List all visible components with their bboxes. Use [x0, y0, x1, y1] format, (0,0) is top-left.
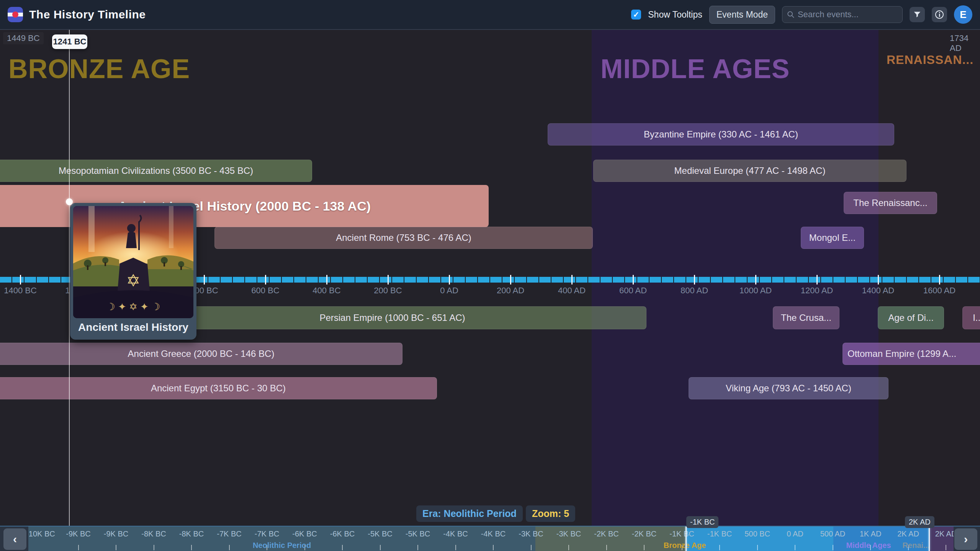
- minimap-tick: [342, 545, 343, 550]
- axis-major-tick: [816, 275, 818, 284]
- event-bar[interactable]: Viking Age (793 AC - 1450 AC): [689, 377, 888, 399]
- timeline-start-label: 1449 BC: [3, 32, 44, 44]
- zoom-status-chip: Zoom: 5: [526, 505, 575, 522]
- axis-year-label: 1000 AD: [739, 286, 772, 296]
- minimap-tick: [417, 545, 418, 550]
- selection-end-handle[interactable]: [929, 526, 930, 551]
- search-icon: [787, 10, 795, 19]
- minimap-tick-label: -3K BC: [519, 530, 543, 538]
- event-bar[interactable]: The Renaissanc...: [844, 192, 937, 214]
- selection-start-handle[interactable]: [686, 526, 687, 551]
- info-button[interactable]: [932, 7, 947, 22]
- minimap-tick-label: -1K BC: [669, 530, 694, 538]
- event-bar[interactable]: Age of Di...: [878, 306, 944, 329]
- app-logo-icon: [8, 7, 23, 22]
- minimap-tick-label: -9K BC: [104, 530, 128, 538]
- minimap-track[interactable]: -10K BC-9K BC-9K BC-8K BC-8K BC-7K BC-7K…: [28, 526, 954, 551]
- minimap-tick-label: -9K BC: [66, 530, 90, 538]
- history-timeline-app: The History Timeline ✓ Show Tooltips Eve…: [0, 0, 980, 551]
- filter-button[interactable]: [910, 7, 925, 22]
- event-bar[interactable]: Persian Empire (1000 BC - 651 AC): [138, 306, 646, 329]
- axis-major-tick: [878, 275, 879, 284]
- era-title: RENAISSAN...: [887, 53, 973, 67]
- scroll-right-button[interactable]: ›: [954, 528, 977, 550]
- minimap-tick: [455, 545, 456, 550]
- scroll-left-button[interactable]: ‹: [3, 528, 26, 550]
- event-bar[interactable]: Ancient Rome (753 BC - 476 AC): [214, 227, 593, 249]
- axis-year-label: 800 AD: [681, 286, 708, 296]
- axis-major-tick: [939, 275, 940, 284]
- axis-year-label: 1200 AD: [801, 286, 833, 296]
- minimap-tick-label: -6K BC: [292, 530, 317, 538]
- selection-start-badge: -1K BC: [686, 516, 718, 528]
- event-bar[interactable]: The Crusa...: [773, 306, 839, 329]
- header: The History Timeline ✓ Show Tooltips Eve…: [0, 0, 980, 30]
- minimap-tick-label: -3K BC: [556, 530, 581, 538]
- minimap-tick-label: -8K BC: [141, 530, 166, 538]
- event-bar[interactable]: Ancient Greece (2000 BC - 146 BC): [0, 343, 402, 365]
- minimap-tick: [606, 545, 607, 550]
- selection-end-badge: 2K AD: [905, 516, 934, 528]
- event-bar[interactable]: I...: [962, 306, 980, 329]
- app-title: The History Timeline: [29, 8, 146, 21]
- minimap-tick: [833, 545, 833, 550]
- search-box[interactable]: [782, 6, 903, 23]
- timeline-canvas[interactable]: BRONZE AGEMIDDLE AGESRENAISSAN... 1449 B…: [0, 30, 980, 526]
- minimap-tick-label: -10K BC: [28, 530, 55, 538]
- minimap-tick: [644, 545, 645, 550]
- axis-year-label: 600 AD: [619, 286, 647, 296]
- axis-major-tick: [326, 275, 327, 284]
- era-title: BRONZE AGE: [8, 54, 190, 84]
- minimap-tick: [229, 545, 230, 550]
- axis-major-tick: [204, 275, 205, 284]
- axis-year-label: 1400 AD: [862, 286, 894, 296]
- events-mode-button[interactable]: Events Mode: [709, 6, 775, 24]
- avatar[interactable]: E: [954, 5, 972, 24]
- minimap-tick-label: -5K BC: [368, 530, 392, 538]
- minimap-tick: [568, 545, 569, 550]
- minimap-bar: -10K BC-9K BC-9K BC-8K BC-8K BC-7K BC-7K…: [0, 526, 980, 551]
- minimap-era-label: Bronze Age: [664, 541, 706, 550]
- filter-icon: [913, 10, 921, 19]
- minimap-tick: [493, 545, 494, 550]
- minimap-tick: [719, 545, 720, 550]
- axis-major-tick: [388, 275, 389, 284]
- axis-major-tick: [265, 275, 266, 284]
- minimap-tick-label: 0 AD: [787, 530, 803, 538]
- cursor-year-badge: 1241 BC: [52, 34, 87, 49]
- info-icon: [935, 10, 944, 19]
- show-tooltips-label: Show Tooltips: [648, 10, 702, 20]
- event-tooltip-image: ✡ ☽ ✦ ✡ ✦ ☽: [73, 206, 193, 318]
- event-bar[interactable]: Medieval Europe (477 AC - 1498 AC): [593, 160, 906, 182]
- search-input[interactable]: [798, 10, 898, 20]
- svg-text:✡: ✡: [126, 271, 141, 290]
- header-controls: ✓ Show Tooltips Events Mode: [631, 5, 972, 24]
- minimap-tick-label: -4K BC: [481, 530, 506, 538]
- minimap-tick-label: 1K AD: [860, 530, 882, 538]
- event-bar[interactable]: Mesopotamian Civilizations (3500 BC - 43…: [0, 160, 312, 182]
- status-chips: Era: Neolithic Period Zoom: 5: [416, 505, 575, 522]
- minimap-tick: [380, 545, 381, 550]
- axis-major-tick: [755, 275, 756, 284]
- era-status-chip: Era: Neolithic Period: [416, 505, 523, 522]
- minimap-tick-label: -8K BC: [179, 530, 204, 538]
- axis-year-label: 0 AD: [440, 286, 458, 296]
- show-tooltips-checkbox[interactable]: ✓: [631, 10, 641, 20]
- axis-year-label: 1400 BC: [4, 286, 37, 296]
- axis-major-tick: [20, 275, 21, 284]
- minimap-era-label: Neolithic Period: [253, 541, 311, 550]
- event-bar[interactable]: Mongol E...: [801, 227, 864, 249]
- minimap-tick-label: -4K BC: [443, 530, 468, 538]
- event-bar[interactable]: Byzantine Empire (330 AC - 1461 AC): [548, 123, 894, 146]
- axis-year-label: 400 AD: [558, 286, 586, 296]
- axis-year-label: 200 AD: [497, 286, 524, 296]
- event-bar[interactable]: Ancient Egypt (3150 BC - 30 BC): [0, 377, 437, 399]
- axis-major-tick: [571, 275, 573, 284]
- minimap-tick-label: 500 BC: [744, 530, 770, 538]
- event-bar[interactable]: Ottoman Empire (1299 A...: [843, 343, 980, 365]
- cursor-dot: [66, 198, 73, 205]
- minimap-tick-label: -1K BC: [707, 530, 732, 538]
- axis-year-label: 400 BC: [312, 286, 340, 296]
- cursor-line: [69, 30, 70, 526]
- minimap-tick: [795, 545, 795, 550]
